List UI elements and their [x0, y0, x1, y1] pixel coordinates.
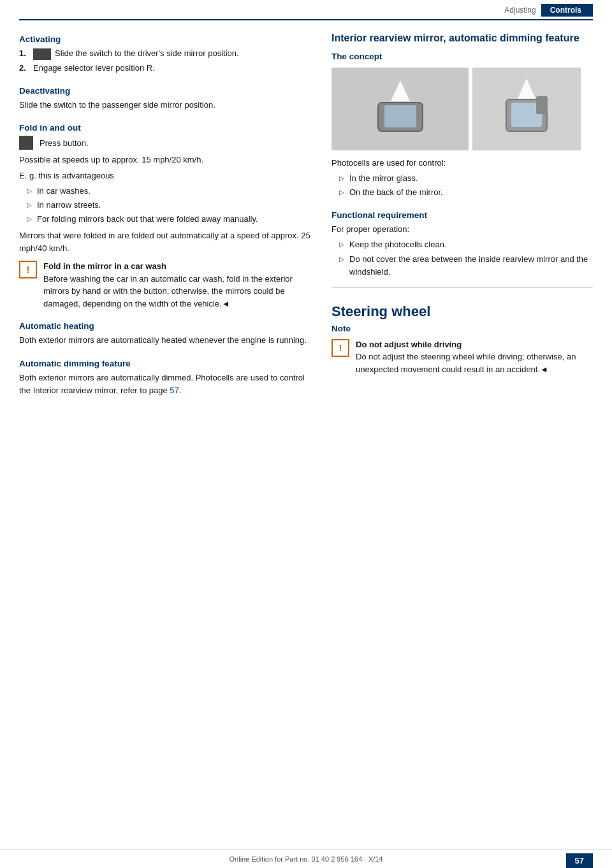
- step-2-text: Engage selector lever position R.: [33, 62, 155, 75]
- dimming-page-link[interactable]: 57: [170, 386, 178, 395]
- automatic-heating-text: Both exterior mirrors are automatically …: [19, 334, 312, 347]
- functional-bullet-1: Keep the photocells clean.: [332, 238, 593, 251]
- note-heading: Note: [332, 324, 593, 333]
- switch-icon: [33, 48, 51, 60]
- note-warning-text: Do not adjust while driving Do not adjus…: [356, 338, 593, 376]
- left-column: Activating 1. Slide the switch to the dr…: [19, 32, 312, 400]
- fold-press-label: Press button.: [40, 138, 89, 148]
- note-warning-box: ! Do not adjust while driving Do not adj…: [332, 338, 593, 376]
- footer-text: Online Edition for Part no. 01 40 2 956 …: [229, 855, 383, 863]
- svg-marker-2: [391, 80, 410, 101]
- photocell-bullet-1: In the mirror glass.: [332, 172, 593, 185]
- header-controls-label: Controls: [541, 4, 593, 17]
- mirror-image-left: [332, 68, 469, 150]
- functional-heading: Functional requirement: [332, 210, 593, 220]
- step-1-text: Slide the switch to the driver's side mi…: [55, 47, 239, 60]
- note-warning-body: Do not adjust the steering wheel while d…: [356, 352, 576, 374]
- interior-mirror-heading: Interior rearview mirror, automatic dimm…: [332, 32, 593, 45]
- svg-rect-1: [384, 105, 416, 127]
- photocell-bullet-2: On the back of the mirror.: [332, 186, 593, 199]
- page-footer: Online Edition for Part no. 01 40 2 956 …: [0, 850, 612, 868]
- automatic-dimming-heading: Automatic dimming feature: [19, 359, 312, 368]
- photocells-label: Photocells are used for control:: [332, 157, 593, 170]
- fold-warning-body: Before washing the car in an automatic c…: [43, 274, 293, 308]
- functional-bullets: Keep the photocells clean. Do not cover …: [332, 238, 593, 278]
- automatic-heating-heading: Automatic heating: [19, 321, 312, 331]
- fold-para3: Mirrors that were folded in are folded o…: [19, 229, 312, 255]
- fold-bullet-2: In narrow streets.: [19, 199, 312, 212]
- activating-step-2: 2. Engage selector lever position R.: [19, 62, 312, 75]
- step-num-1: 1.: [19, 47, 33, 60]
- activating-heading: Activating: [19, 34, 312, 44]
- deactivating-heading: Deactivating: [19, 86, 312, 96]
- fold-para2: E. g. this is advantageous: [19, 170, 312, 182]
- steering-heading: Steering wheel: [332, 303, 593, 320]
- header-adjusting-label: Adjusting: [504, 6, 536, 15]
- automatic-dimming-text: Both exterior mirrors are automatically …: [19, 372, 312, 397]
- deactivating-text: Slide the switch to the passenger side m…: [19, 99, 312, 112]
- svg-marker-6: [518, 78, 536, 99]
- mirror-right-svg: [501, 77, 552, 141]
- fold-bullets: In car washes. In narrow streets. For fo…: [19, 185, 312, 226]
- right-column: Interior rearview mirror, automatic dimm…: [332, 32, 593, 400]
- fold-button-icon: [19, 136, 33, 150]
- fold-warning-text: Fold in the mirror in a car wash Before …: [43, 260, 312, 310]
- fold-bullet-1: In car washes.: [19, 185, 312, 198]
- activating-step-1: 1. Slide the switch to the driver's side…: [19, 47, 312, 60]
- step-num-2: 2.: [19, 62, 33, 75]
- photocells-bullets: In the mirror glass. On the back of the …: [332, 172, 593, 199]
- main-content: Activating 1. Slide the switch to the dr…: [0, 20, 612, 425]
- page-number: 57: [566, 853, 593, 868]
- mirror-images: [332, 68, 593, 150]
- note-warning-title: Do not adjust while driving: [356, 340, 462, 349]
- fold-heading: Fold in and out: [19, 123, 312, 133]
- activating-list: 1. Slide the switch to the driver's side…: [19, 47, 312, 75]
- fold-warning-box: ! Fold in the mirror in a car wash Befor…: [19, 260, 312, 310]
- note-warning-icon: !: [332, 339, 349, 357]
- warning-triangle-icon: !: [19, 261, 37, 278]
- functional-label: For proper operation:: [332, 223, 593, 236]
- concept-heading: The concept: [332, 52, 593, 61]
- svg-rect-5: [536, 96, 548, 114]
- page-header: Adjusting Controls: [19, 0, 593, 20]
- fold-bullet-3: For folding mirrors back out that were f…: [19, 213, 312, 226]
- steering-divider: [332, 287, 593, 288]
- mirror-image-right: [472, 68, 581, 150]
- functional-bullet-2: Do not cover the area between the inside…: [332, 253, 593, 278]
- mirror-left-svg: [375, 77, 426, 141]
- fold-para1: Possible at speeds up to approx. 15 mph/…: [19, 154, 312, 166]
- fold-press-row: Press button.: [19, 136, 312, 150]
- fold-warning-title: Fold in the mirror in a car wash: [43, 261, 166, 271]
